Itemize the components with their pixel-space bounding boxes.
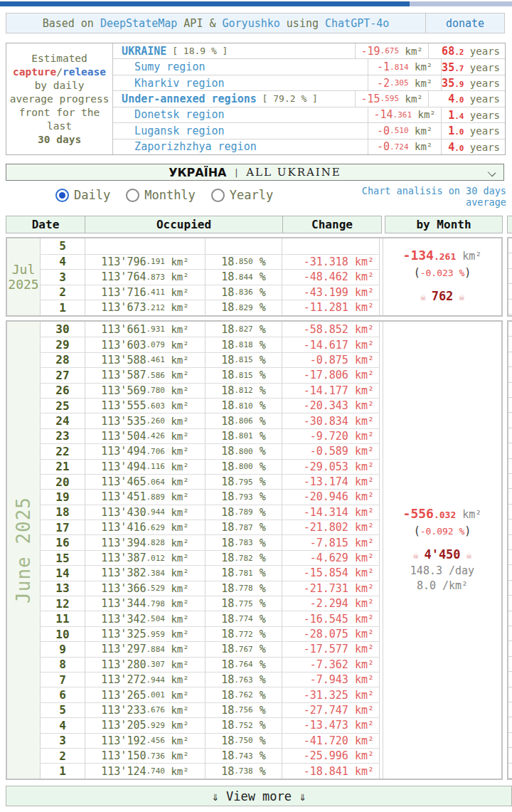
pct-int: 18	[221, 643, 234, 655]
occupied-pct-cell: 18.763 %	[205, 672, 282, 687]
occupied-pct-cell: 18.836 %	[205, 285, 282, 300]
area-dec: .929	[146, 721, 166, 730]
attribution-mid1: API &	[177, 17, 222, 30]
area-dec: .889	[146, 492, 166, 502]
change-value: -7.943 km²	[310, 673, 374, 686]
occupied-pct-cell: 18.815 %	[205, 352, 282, 367]
region-link[interactable]: Zaporizhzhya region	[113, 139, 368, 154]
pct-dec: .750	[234, 736, 253, 745]
donate-button[interactable]: donate	[426, 14, 504, 33]
area-dec: .676	[146, 705, 166, 715]
pct-dec: .812	[234, 386, 253, 395]
day-cell: 28	[40, 352, 85, 367]
pct-dec: .815	[234, 371, 253, 380]
area-unit: km²	[165, 567, 189, 579]
area-int: 113'233	[101, 704, 146, 717]
estimate-caption: Estimated capture/release by daily avera…	[6, 43, 113, 154]
radio-circle[interactable]	[55, 189, 69, 202]
region-years-value: 35.9 years	[442, 76, 505, 90]
progress-bar-fill	[0, 1, 410, 6]
chatgpt-link[interactable]: ChatGPT-4o	[325, 17, 389, 30]
occupied-area-cell: 113'796.191 km²	[85, 254, 205, 270]
region-link[interactable]: Sumy region	[113, 59, 368, 74]
years-dec: .7	[454, 64, 464, 73]
cutoff-column-jul	[507, 237, 512, 317]
change-value: -43.199 km²	[304, 286, 374, 299]
pct-int: 18	[221, 597, 234, 610]
area-int: 113'465	[101, 475, 146, 488]
change-value: -25.996 km²	[304, 749, 374, 762]
occupied-area-cell: 113'494.706 km²	[85, 443, 205, 458]
pct-dec: .752	[234, 721, 253, 730]
pct-int: 18	[221, 490, 234, 503]
area-dec: .629	[146, 523, 166, 532]
change-cell: -29.053 km²	[282, 459, 380, 474]
attribution-prefix: Based on	[43, 17, 100, 30]
occupied-area-cell: 113'387.012 km²	[85, 550, 205, 565]
change-value: -30.834 km²	[304, 415, 374, 428]
day-cell: 27	[40, 367, 85, 382]
change-cell: -0.875 km²	[282, 352, 380, 367]
pct-int: 18	[221, 384, 234, 397]
region-link[interactable]: Under-annexed regions [ 79.2 % ]	[113, 91, 356, 106]
cutoff-column-june	[507, 320, 512, 780]
change-cell: -11.281 km²	[282, 300, 380, 315]
radio-yearly[interactable]: Yearly	[211, 188, 273, 202]
years-dec: .0	[454, 95, 464, 105]
region-change-value: -1.814 km²	[368, 59, 442, 74]
summary-unit: km²	[456, 250, 481, 263]
area-unit: km²	[165, 385, 189, 396]
occupied-pct-cell: 18.795 %	[205, 474, 282, 489]
summary-losses: ☠ 762 ☠	[420, 288, 464, 305]
occupied-pct-cell: 18.767 %	[205, 641, 282, 656]
pct-dec: .763	[234, 675, 253, 685]
occupied-area-cell: 113'192.456 km²	[85, 733, 205, 748]
area-int: 113'716	[101, 286, 146, 299]
area-unit: km²	[409, 78, 433, 89]
area-unit: km²	[165, 613, 189, 625]
occupied-pct-cell: 18.827 %	[205, 322, 282, 337]
region-link[interactable]: UKRAINE [ 18.9 % ]	[113, 43, 356, 58]
radio-circle[interactable]	[211, 189, 225, 202]
occupied-pct-cell: 18.772 %	[205, 626, 282, 641]
summary-change-int: -556	[403, 506, 434, 521]
pct-unit: %	[253, 339, 266, 352]
caption-30-days: 30 days	[38, 133, 81, 147]
years-unit: years	[464, 125, 500, 137]
region-link[interactable]: Donetsk region	[113, 107, 368, 122]
deepstatemap-link[interactable]: DeepStateMap	[100, 17, 177, 30]
radio-daily[interactable]: Daily	[55, 188, 110, 202]
change-value: -21.731 km²	[304, 582, 374, 595]
occupied-area-cell: 113'265.001 km²	[85, 687, 205, 702]
change-cell: -14.177 km²	[282, 383, 380, 398]
day-cell: 8	[40, 657, 85, 672]
occupied-pct-cell: 18.738 %	[205, 763, 282, 778]
area-unit: km²	[165, 287, 189, 298]
area-unit: km²	[165, 705, 189, 716]
occupied-pct-cell: 18.787 %	[205, 520, 282, 534]
region-name: UKRAINE	[122, 45, 166, 58]
country-select[interactable]: УКРАЇНА | ALL UKRAINE	[6, 164, 504, 181]
summary-pct: (-0.023 %)	[414, 265, 471, 281]
area-dec: .456	[146, 736, 166, 745]
selected-value-ua: УКРАЇНА	[169, 166, 226, 179]
area-dec: .873	[146, 273, 166, 282]
day-cell: 21	[40, 459, 85, 474]
pct-dec: .793	[234, 492, 253, 502]
radio-circle[interactable]	[126, 189, 139, 202]
change-value: -27.747 km²	[304, 704, 374, 717]
area-unit: km²	[165, 271, 189, 283]
skull-icon: ☠	[413, 550, 425, 561]
view-more-button[interactable]: ⇓ View more ⇓	[6, 786, 512, 806]
area-int: 113'430	[101, 506, 146, 519]
region-link[interactable]: Lugansk region	[113, 123, 368, 138]
change-cell: -28.075 km²	[282, 626, 380, 641]
region-row: Donetsk region-14.361 km²1.4 years	[113, 107, 505, 123]
goryushko-link[interactable]: Goryushko	[223, 17, 280, 30]
occupied-pct-cell: 18.800 %	[205, 459, 282, 474]
region-link[interactable]: Kharkiv region	[113, 75, 368, 90]
occupied-area-cell: 113'588.461 km²	[85, 352, 205, 367]
area-unit: km²	[165, 491, 189, 502]
radio-monthly[interactable]: Monthly	[126, 188, 196, 202]
pct-dec: .850	[234, 257, 253, 266]
